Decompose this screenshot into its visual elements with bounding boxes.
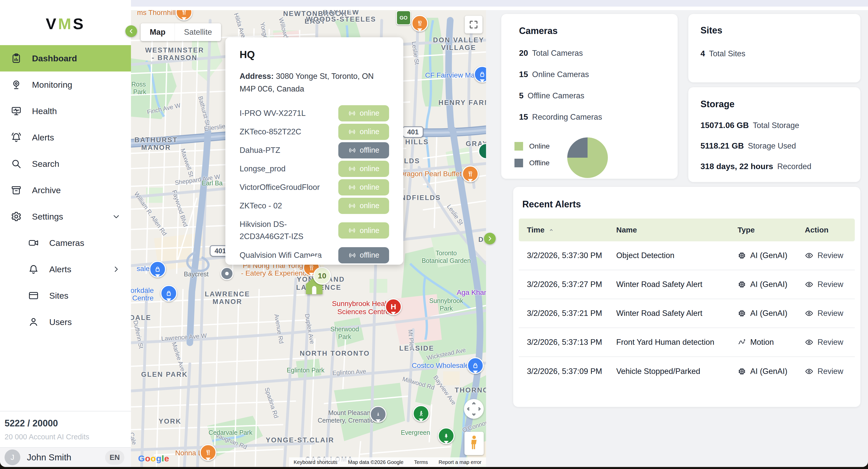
alert-name: Front Yard Human detection — [616, 338, 738, 347]
restaurant-pin-icon — [462, 166, 479, 182]
cameras-stat-label: Offline Cameras — [528, 91, 584, 100]
sidebar-item-label: Settings — [32, 212, 63, 222]
map-marker-shop[interactable] — [474, 66, 486, 82]
sidebar-item-users[interactable]: Users — [0, 309, 131, 335]
map-fullscreen-button[interactable] — [465, 16, 483, 33]
camera-status-text: online — [360, 109, 379, 118]
sidebar-item-settings[interactable]: Settings — [0, 203, 131, 230]
attribution-text[interactable]: Report a map error — [439, 459, 482, 465]
storage-stat-value: 318 days, 22 hours — [701, 162, 773, 171]
review-button[interactable]: Review — [805, 280, 855, 289]
sidebar-item-monitoring[interactable]: Monitoring — [0, 71, 131, 98]
arrow-right-icon — [486, 235, 493, 242]
sidebar-item-label: Alerts — [32, 133, 54, 142]
attribution-text[interactable]: Terms — [414, 459, 428, 465]
map-marker-trail[interactable] — [413, 405, 429, 422]
storage-stat-label: Recorded — [777, 162, 811, 171]
legend-label: Online — [529, 142, 550, 150]
archive-icon — [11, 185, 22, 196]
pegman-control[interactable] — [464, 432, 484, 455]
map-marker-dgreen[interactable] — [478, 143, 486, 159]
sidebar-item-cameras[interactable]: Cameras — [0, 230, 131, 256]
app-logo: VMS — [0, 15, 131, 33]
camera-name: Hikvision DS-2CD3A46G2T-IZS — [240, 218, 336, 243]
cameras-stat-value: 15 — [519, 70, 528, 79]
map-marker-shield[interactable]: 401 — [402, 127, 423, 138]
map-marker-go[interactable]: GO — [396, 10, 411, 25]
shopping-pin-icon — [474, 66, 486, 82]
camera-status-text: online — [360, 202, 379, 210]
alert-type-label: Motion — [750, 338, 774, 347]
motion-icon — [738, 338, 746, 346]
cameras-panel: Cameras 20Total Cameras15Online Cameras5… — [501, 14, 678, 179]
map-type-satellite-button[interactable]: Satellite — [175, 23, 221, 41]
alert-time: 3/2/2026, 5:37:09 PM — [527, 367, 616, 376]
alert-name: Winter Road Safety Alert — [616, 309, 738, 318]
sidebar-item-sites[interactable]: Sites — [0, 282, 131, 309]
legend-item-online: Online — [515, 142, 550, 150]
alert-type-label: AI (GenAI) — [750, 251, 787, 260]
sidebar-item-health[interactable]: Health — [0, 98, 131, 124]
alert-time: 3/2/2026, 5:37:27 PM — [527, 280, 616, 289]
review-button[interactable]: Review — [805, 367, 855, 376]
shopping-pin-icon — [149, 261, 166, 278]
user-row[interactable]: J John Smith EN — [0, 448, 131, 467]
map-marker-rest[interactable] — [200, 444, 216, 461]
camera-status-badge-online: online — [338, 198, 389, 214]
review-button[interactable]: Review — [805, 251, 855, 260]
camera-name: Qualvision Wifi Camera — [240, 249, 336, 261]
cameras-stat-value: 20 — [519, 48, 528, 58]
map-pan-control[interactable] — [464, 399, 484, 419]
camera-status-text: offline — [360, 146, 379, 155]
sidebar-item-search[interactable]: Search — [0, 150, 131, 177]
camera-name: VictorOfficeGroudFloor — [240, 181, 336, 194]
popup-camera-row: I-PRO WV-X2271Lonline — [240, 104, 389, 123]
sidebar-item-alerts[interactable]: Alerts — [0, 256, 131, 282]
language-badge[interactable]: EN — [105, 450, 124, 465]
sites-stat: 4Total Sites — [701, 49, 860, 58]
map-marker-tree[interactable] — [438, 428, 455, 444]
alerts-table-header: TimeNameTypeAction — [519, 219, 855, 241]
column-header-time[interactable]: Time — [527, 226, 616, 234]
sidebar-collapse-button[interactable] — [125, 25, 137, 37]
signal-icon — [348, 128, 356, 136]
cameras-pie-chart — [567, 137, 608, 178]
attribution-text[interactable]: Map data ©2026 Google — [348, 459, 403, 465]
park-pin-icon — [438, 428, 455, 444]
credits-note: 20 000 Account AI Credits — [5, 433, 131, 441]
ai-credits: 5222 / 20000 20 000 Account AI Credits — [0, 411, 131, 448]
map-marker-shop[interactable] — [467, 357, 484, 374]
recent-alerts-title: Recent Alerts — [522, 199, 581, 210]
column-header-label: Time — [527, 226, 545, 234]
cameras-stats: 20Total Cameras15Online Cameras5Offline … — [519, 48, 668, 122]
sidebar-item-label: Search — [32, 159, 59, 169]
sidebar-item-alerts[interactable]: Alerts — [0, 124, 131, 150]
camera-name: Longse_prod — [240, 163, 336, 175]
sidebar-item-label: Health — [32, 106, 57, 116]
map-marker-hosp[interactable]: H — [385, 298, 402, 315]
attribution-text[interactable]: Keyboard shortcuts — [293, 459, 337, 465]
map-marker-rest[interactable] — [462, 166, 479, 182]
camera-name: I-PRO WV-X2271L — [240, 107, 336, 120]
column-header-action: Action — [805, 226, 855, 234]
review-button[interactable]: Review — [805, 338, 855, 347]
map-marker-dot[interactable] — [220, 267, 234, 280]
google-map[interactable]: NEWTONBROOKEASTBAYVIEWWOODS-STEELESWESTM… — [131, 10, 486, 467]
signal-icon — [348, 165, 356, 173]
map-marker-rest[interactable] — [176, 10, 192, 21]
panel-expand-button[interactable] — [484, 233, 496, 244]
sidebar-item-dashboard[interactable]: Dashboard — [0, 45, 131, 71]
map-type-map-button[interactable]: Map — [141, 23, 175, 41]
legend-label: Offline — [529, 159, 550, 167]
review-button[interactable]: Review — [805, 309, 855, 318]
alert-row: 3/2/2026, 5:37:27 PMWinter Road Safety A… — [519, 270, 855, 299]
pan-arrows-icon — [464, 399, 484, 419]
map-marker-cem[interactable] — [370, 406, 386, 423]
alert-name: Winter Road Safety Alert — [616, 280, 738, 289]
sidebar-item-archive[interactable]: Archive — [0, 177, 131, 203]
map-marker-shop[interactable] — [149, 261, 166, 278]
bell-ring-icon — [11, 132, 22, 143]
user-name: John Smith — [27, 452, 71, 462]
map-marker-rest[interactable] — [411, 15, 428, 32]
map-marker-shop[interactable] — [160, 285, 177, 302]
